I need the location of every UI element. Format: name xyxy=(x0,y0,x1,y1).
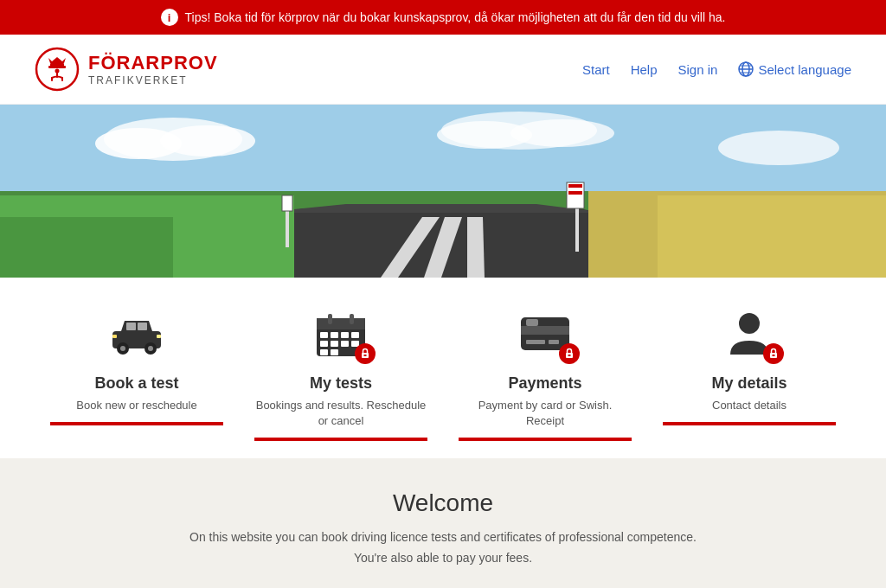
logo-subtitle: TRAFIKVERKET xyxy=(88,74,218,86)
svg-rect-39 xyxy=(138,323,147,330)
svg-rect-54 xyxy=(351,332,359,338)
svg-rect-28 xyxy=(0,217,173,278)
card-my-tests[interactable]: My tests Bookings and results. Reschedul… xyxy=(254,304,427,441)
logo-title: FÖRARPROV xyxy=(88,52,218,74)
lock-badge-my-tests xyxy=(355,343,376,364)
svg-rect-44 xyxy=(157,335,161,338)
globe-icon xyxy=(738,61,754,77)
card-payments-title: Payments xyxy=(508,374,581,393)
car-icon xyxy=(109,310,164,358)
svg-rect-65 xyxy=(526,340,545,344)
logo-emblem xyxy=(35,47,80,92)
cards-section: Book a test Book new or reschedule xyxy=(0,278,886,458)
header: FÖRARPROV TRAFIKVERKET Start Help Sign i… xyxy=(0,35,886,105)
svg-rect-2 xyxy=(50,63,64,67)
card-payments[interactable]: Payments Payment by card or Swish. Recei… xyxy=(459,304,632,441)
svg-rect-49 xyxy=(328,314,332,324)
svg-rect-30 xyxy=(658,195,886,278)
svg-marker-3 xyxy=(48,57,66,63)
card-my-tests-desc: Bookings and results. Reschedule or canc… xyxy=(254,398,427,429)
hero-image xyxy=(0,105,886,278)
svg-rect-66 xyxy=(549,340,559,344)
svg-point-20 xyxy=(718,131,839,165)
svg-point-19 xyxy=(510,119,614,147)
svg-rect-69 xyxy=(568,355,571,356)
svg-rect-55 xyxy=(320,341,328,347)
svg-rect-51 xyxy=(320,332,328,338)
svg-point-16 xyxy=(160,125,255,157)
svg-rect-56 xyxy=(331,341,338,347)
banner-text: Tips! Boka tid för körprov när du bokar … xyxy=(185,10,726,24)
lock-icon-my-tests xyxy=(359,348,371,360)
card-book-test[interactable]: Book a test Book new or reschedule xyxy=(50,304,223,425)
logo-text: FÖRARPROV TRAFIKVERKET xyxy=(88,52,218,86)
nav-sign-in[interactable]: Sign in xyxy=(678,62,718,77)
svg-point-41 xyxy=(120,346,125,351)
svg-rect-64 xyxy=(521,326,569,335)
svg-rect-53 xyxy=(341,332,349,338)
welcome-desc-line2: You're also able to pay your fees. xyxy=(35,548,851,569)
lock-icon-my-details xyxy=(767,348,780,360)
nav-start[interactable]: Start xyxy=(582,62,610,77)
lock-badge-my-details xyxy=(763,343,784,364)
card-icon-my-details xyxy=(715,304,784,364)
svg-rect-35 xyxy=(568,184,582,188)
card-my-details-title: My details xyxy=(711,374,786,393)
svg-rect-48 xyxy=(317,318,365,329)
info-icon: i xyxy=(161,9,178,26)
card-icon-payments xyxy=(510,304,580,364)
hero-road-svg xyxy=(0,105,886,278)
navigation: Start Help Sign in Select language xyxy=(582,61,851,77)
top-banner: i Tips! Boka tid för körprov när du boka… xyxy=(0,0,886,35)
svg-rect-59 xyxy=(320,349,328,355)
nav-help[interactable]: Help xyxy=(631,62,658,77)
svg-rect-52 xyxy=(331,332,338,338)
svg-rect-72 xyxy=(773,355,775,356)
svg-rect-57 xyxy=(341,341,349,347)
card-book-test-title: Book a test xyxy=(94,374,178,393)
svg-point-43 xyxy=(148,346,153,351)
card-payments-desc: Payment by card or Swish. Receipt xyxy=(459,398,632,429)
card-book-test-desc: Book new or reschedule xyxy=(76,398,196,413)
welcome-section: Welcome On this website you can book dri… xyxy=(0,458,886,588)
card-my-details[interactable]: My details Contact details xyxy=(663,304,836,425)
card-my-details-desc: Contact details xyxy=(712,398,786,413)
svg-rect-60 xyxy=(331,349,338,355)
welcome-title: Welcome xyxy=(35,489,851,517)
welcome-desc-line1: On this website you can book driving lic… xyxy=(35,527,851,548)
svg-rect-38 xyxy=(126,323,136,330)
svg-rect-50 xyxy=(350,314,354,324)
svg-rect-45 xyxy=(112,335,117,338)
svg-rect-32 xyxy=(282,195,292,211)
card-my-tests-title: My tests xyxy=(310,374,372,393)
svg-rect-67 xyxy=(526,319,538,326)
language-selector[interactable]: Select language xyxy=(738,61,851,77)
logo[interactable]: FÖRARPROV TRAFIKVERKET xyxy=(35,47,218,92)
svg-rect-62 xyxy=(364,355,367,356)
svg-rect-36 xyxy=(568,191,582,195)
svg-point-70 xyxy=(739,313,760,334)
language-label: Select language xyxy=(758,62,851,77)
card-icon-my-tests xyxy=(306,304,376,364)
lock-icon-payments xyxy=(563,348,575,360)
svg-marker-26 xyxy=(467,217,485,278)
lock-badge-payments xyxy=(559,343,580,364)
card-icon-book-test xyxy=(102,304,171,364)
